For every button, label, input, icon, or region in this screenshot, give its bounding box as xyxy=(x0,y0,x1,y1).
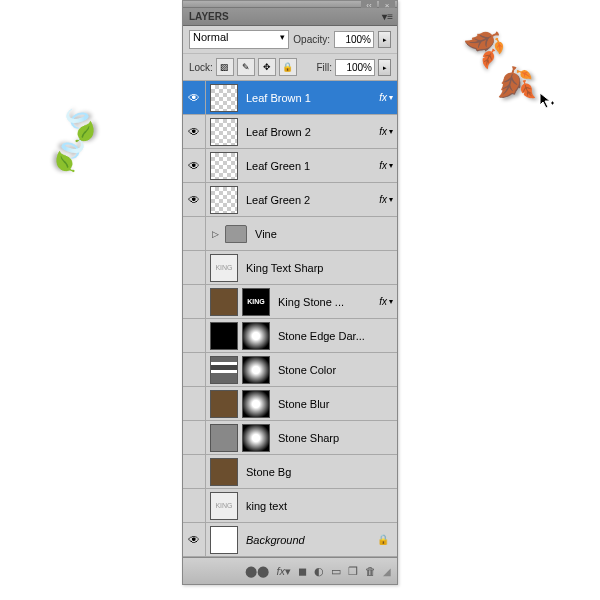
visibility-toggle[interactable]: 👁 xyxy=(183,149,206,182)
layer-thumbnail[interactable] xyxy=(242,322,270,350)
layer-thumbnail[interactable] xyxy=(210,458,238,486)
fx-indicator[interactable]: fx xyxy=(379,194,389,205)
layer-thumbnail[interactable] xyxy=(242,356,270,384)
fx-indicator[interactable]: fx xyxy=(379,126,389,137)
visibility-toggle[interactable]: 👁 xyxy=(183,81,206,114)
opacity-input[interactable]: 100% xyxy=(334,31,374,48)
layer-row[interactable]: 👁Leaf Brown 2fx▾ xyxy=(183,115,397,149)
lock-position-icon[interactable]: ✥ xyxy=(258,58,276,76)
expand-icon[interactable]: ▷ xyxy=(210,229,221,239)
layer-row[interactable]: KINGking text xyxy=(183,489,397,523)
lock-all-icon[interactable]: 🔒 xyxy=(279,58,297,76)
layer-thumbnail[interactable] xyxy=(210,356,238,384)
blend-mode-select[interactable]: Normal xyxy=(189,30,289,49)
layer-name[interactable]: Stone Edge Dar... xyxy=(274,330,397,342)
group-icon[interactable]: ▭ xyxy=(331,565,341,578)
opacity-label: Opacity: xyxy=(293,34,330,45)
folder-icon xyxy=(225,225,247,243)
link-icon[interactable]: ⬤⬤ xyxy=(245,565,269,578)
fx-indicator[interactable]: fx xyxy=(379,92,389,103)
fx-expand-icon[interactable]: ▾ xyxy=(389,297,397,306)
new-layer-icon[interactable]: ❐ xyxy=(348,565,358,578)
panel-title: LAYERS ▾≡ xyxy=(183,8,397,26)
layer-name[interactable]: Vine xyxy=(251,228,397,240)
layer-row[interactable]: ▷Vine xyxy=(183,217,397,251)
layer-row[interactable]: KINGKing Text Sharp xyxy=(183,251,397,285)
fill-slider-button[interactable]: ▸ xyxy=(378,59,391,76)
lock-label: Lock: xyxy=(189,62,213,73)
layer-thumbnail[interactable]: KING xyxy=(210,492,238,520)
fx-expand-icon[interactable]: ▾ xyxy=(389,195,397,204)
layer-thumbnail[interactable] xyxy=(210,322,238,350)
layer-thumbnail[interactable] xyxy=(210,288,238,316)
layer-name[interactable]: Leaf Green 1 xyxy=(242,160,379,172)
resize-handle-icon[interactable]: ◢ xyxy=(383,566,391,577)
eye-icon: 👁 xyxy=(188,533,200,547)
layer-row[interactable]: Stone Sharp xyxy=(183,421,397,455)
opacity-slider-button[interactable]: ▸ xyxy=(378,31,391,48)
layer-thumbnail[interactable] xyxy=(242,424,270,452)
eye-icon: 👁 xyxy=(188,193,200,207)
layer-name[interactable]: king text xyxy=(242,500,397,512)
layer-row[interactable]: 👁Background🔒 xyxy=(183,523,397,557)
visibility-toggle[interactable] xyxy=(183,285,206,318)
visibility-toggle[interactable] xyxy=(183,251,206,284)
layer-name[interactable]: Leaf Brown 1 xyxy=(242,92,379,104)
layer-thumbnail[interactable] xyxy=(210,424,238,452)
visibility-toggle[interactable] xyxy=(183,217,206,250)
layer-thumbnail[interactable] xyxy=(210,84,238,112)
fx-expand-icon[interactable]: ▾ xyxy=(389,161,397,170)
lock-icon: 🔒 xyxy=(377,534,397,545)
visibility-toggle[interactable] xyxy=(183,353,206,386)
eye-icon: 👁 xyxy=(188,159,200,173)
fx-indicator[interactable]: fx xyxy=(379,296,389,307)
visibility-toggle[interactable] xyxy=(183,319,206,352)
visibility-toggle[interactable]: 👁 xyxy=(183,183,206,216)
lock-transparency-icon[interactable]: ▨ xyxy=(216,58,234,76)
layer-thumbnail[interactable]: KING xyxy=(210,254,238,282)
layer-thumbnail[interactable] xyxy=(210,390,238,418)
layer-name[interactable]: Leaf Brown 2 xyxy=(242,126,379,138)
visibility-toggle[interactable] xyxy=(183,421,206,454)
layer-thumbnail[interactable]: KING xyxy=(242,288,270,316)
layer-row[interactable]: Stone Bg xyxy=(183,455,397,489)
visibility-toggle[interactable]: 👁 xyxy=(183,115,206,148)
adjustment-icon[interactable]: ◐ xyxy=(314,565,324,578)
layer-thumbnail[interactable] xyxy=(210,118,238,146)
panel-menu-icon[interactable]: ▾≡ xyxy=(382,11,393,22)
layer-name[interactable]: Stone Color xyxy=(274,364,397,376)
layer-thumbnail[interactable] xyxy=(210,186,238,214)
visibility-toggle[interactable] xyxy=(183,387,206,420)
layer-row[interactable]: Stone Blur xyxy=(183,387,397,421)
layer-row[interactable]: Stone Color xyxy=(183,353,397,387)
layer-name[interactable]: Stone Bg xyxy=(242,466,397,478)
mask-icon[interactable]: ◼ xyxy=(298,565,307,578)
visibility-toggle[interactable]: 👁 xyxy=(183,523,206,556)
layer-name[interactable]: Stone Blur xyxy=(274,398,397,410)
layer-name[interactable]: Background xyxy=(242,534,377,546)
layer-row[interactable]: 👁Leaf Green 2fx▾ xyxy=(183,183,397,217)
cursor-icon xyxy=(539,92,555,110)
layer-name[interactable]: Leaf Green 2 xyxy=(242,194,379,206)
layer-name[interactable]: King Stone ... xyxy=(274,296,379,308)
fill-label: Fill: xyxy=(316,62,332,73)
layer-row[interactable]: Stone Edge Dar... xyxy=(183,319,397,353)
fx-expand-icon[interactable]: ▾ xyxy=(389,93,397,102)
visibility-toggle[interactable] xyxy=(183,455,206,488)
layer-name[interactable]: Stone Sharp xyxy=(274,432,397,444)
layer-row[interactable]: KINGKing Stone ...fx▾ xyxy=(183,285,397,319)
layer-name[interactable]: King Text Sharp xyxy=(242,262,397,274)
eye-icon: 👁 xyxy=(188,125,200,139)
lock-pixels-icon[interactable]: ✎ xyxy=(237,58,255,76)
fx-indicator[interactable]: fx xyxy=(379,160,389,171)
layer-row[interactable]: 👁Leaf Green 1fx▾ xyxy=(183,149,397,183)
layer-thumbnail[interactable] xyxy=(210,526,238,554)
layer-thumbnail[interactable] xyxy=(210,152,238,180)
fill-input[interactable]: 100% xyxy=(335,59,375,76)
layer-row[interactable]: 👁Leaf Brown 1fx▾ xyxy=(183,81,397,115)
layer-thumbnail[interactable] xyxy=(242,390,270,418)
trash-icon[interactable]: 🗑 xyxy=(365,565,376,577)
fx-expand-icon[interactable]: ▾ xyxy=(389,127,397,136)
fx-icon[interactable]: fx▾ xyxy=(276,565,291,578)
visibility-toggle[interactable] xyxy=(183,489,206,522)
